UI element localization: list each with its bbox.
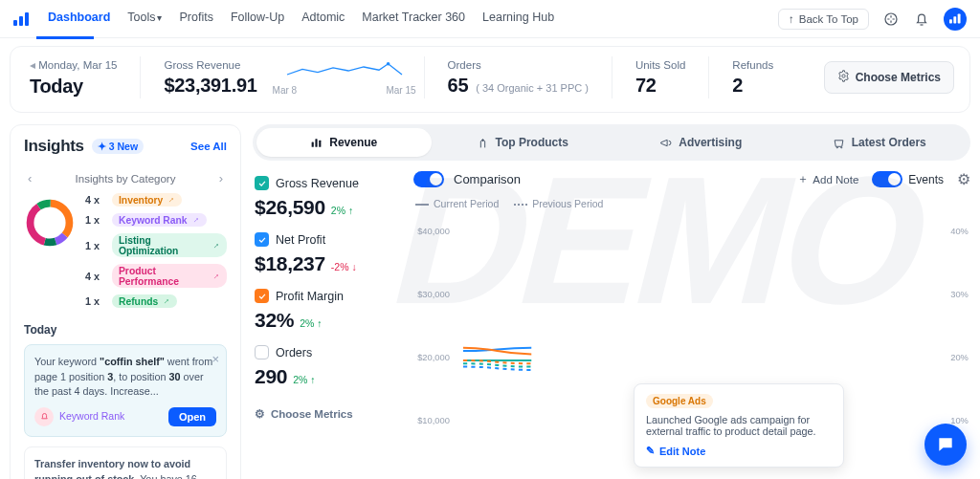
insight-card-1: × Your keyword "coffin shelf" went from … [24, 344, 227, 437]
kpi-bar: ◂ Monday, Mar 15 Today Gross Revenue $23… [10, 46, 970, 113]
edit-note-button[interactable]: ✎Edit Note [646, 445, 832, 457]
svg-text:20%: 20% [950, 353, 969, 362]
kpi-units-value: 72 [635, 75, 685, 97]
category-row[interactable]: 1 xRefunds→ [85, 294, 227, 308]
insights-today-label: Today [24, 323, 227, 337]
category-row[interactable]: 4 xProduct Performance→ [85, 264, 227, 288]
checkbox-off-icon [255, 345, 269, 359]
kpi-orders-label: Orders [448, 59, 589, 71]
choose-metrics-button[interactable]: Choose Metrics [824, 61, 954, 94]
kpi-units-label: Units Sold [635, 59, 685, 71]
svg-text:$40,000: $40,000 [417, 227, 450, 236]
kpi-orders-value: 65 [448, 75, 469, 97]
svg-text:40%: 40% [950, 227, 969, 236]
close-icon[interactable]: × [212, 351, 219, 369]
comparison-toggle[interactable] [413, 171, 444, 187]
kpi-today: Today [30, 76, 117, 98]
pencil-icon: ✎ [646, 445, 655, 457]
bell-icon [34, 407, 54, 426]
carousel-prev[interactable]: ‹ [24, 169, 35, 187]
kpi-sparkline: Mar 8Mar 15 [273, 59, 416, 96]
svg-point-8 [842, 75, 845, 77]
svg-point-18 [836, 146, 837, 147]
carousel-next[interactable]: › [215, 169, 227, 187]
kpi-orders-sub: ( 34 Organic + 31 PPC ) [476, 82, 589, 94]
svg-point-7 [386, 62, 390, 66]
svg-point-3 [885, 13, 897, 25]
add-note-button[interactable]: ＋Add Note [797, 172, 858, 186]
kpi-gross-value: $23,391.91 [164, 75, 256, 97]
bell-icon[interactable] [913, 11, 930, 28]
nav-tools[interactable]: Tools▾ [127, 11, 162, 27]
chevron-down-icon: ▾ [157, 12, 162, 23]
gear-icon [837, 70, 850, 85]
metric-orders[interactable]: Orders 2902% ↑ [255, 345, 406, 388]
revenue-chart: $40,000 $30,000 $20,000 $10,000 40% 30% … [413, 213, 970, 462]
back-to-top-button[interactable]: ↑ Back To Top [778, 9, 869, 30]
choose-metrics-link[interactable]: ⚙Choose Metrics [255, 407, 406, 421]
kpi-refunds-value: 2 [732, 75, 773, 97]
comparison-label: Comparison [454, 172, 521, 186]
sparkle-icon: ✦ [98, 141, 106, 152]
insight-card-2: Transfer inventory now to avoid running … [24, 446, 227, 479]
metric-profit-margin[interactable]: Profit Margin 32%2% ↑ [255, 289, 406, 332]
plus-icon: ＋ [797, 172, 809, 186]
insights-see-all[interactable]: See All [190, 141, 227, 152]
nav-profits[interactable]: Profits [179, 11, 212, 27]
revenue-tabs: Revenue Top Products Advertising Latest … [253, 124, 970, 161]
gear-icon[interactable]: ⚙ [957, 170, 970, 188]
tab-advertising[interactable]: Advertising [613, 128, 789, 157]
events-toggle[interactable] [872, 171, 902, 187]
svg-rect-6 [957, 13, 960, 23]
carousel-title: Insights by Category [76, 173, 176, 185]
gear-icon: ⚙ [255, 407, 265, 421]
metric-gross-revenue[interactable]: Gross Revenue $26,5902% ↑ [255, 176, 406, 219]
nav-adtomic[interactable]: Adtomic [301, 11, 345, 27]
svg-point-19 [840, 146, 841, 147]
svg-text:30%: 30% [950, 290, 969, 299]
svg-rect-1 [19, 16, 23, 26]
chat-fab[interactable] [924, 424, 967, 466]
note-tag: Google Ads [646, 394, 713, 408]
avatar[interactable] [944, 8, 967, 31]
insights-new-pill: ✦3 New [92, 139, 144, 154]
arrow-up-icon: ↑ [789, 13, 794, 25]
nav-followup[interactable]: Follow-Up [231, 11, 284, 27]
nav-dashboard[interactable]: Dashboard [48, 11, 110, 27]
svg-text:$30,000: $30,000 [417, 290, 450, 299]
svg-rect-4 [949, 19, 952, 23]
kpi-refunds-label: Refunds [732, 59, 773, 71]
insight-open-button[interactable]: Open [168, 407, 216, 426]
svg-rect-16 [319, 140, 321, 146]
svg-text:$10,000: $10,000 [417, 416, 450, 425]
nav-learning-hub[interactable]: Learning Hub [482, 11, 554, 27]
kpi-gross-label: Gross Revenue [164, 59, 256, 71]
brand-icon [13, 12, 31, 26]
insights-donut [24, 197, 76, 249]
metric-net-profit[interactable]: Net Profit $18,237-2% ↓ [255, 232, 406, 275]
insights-title: Insights [24, 137, 84, 156]
chart-legend: Current Period Previous Period [415, 198, 970, 209]
svg-text:10%: 10% [950, 416, 969, 425]
note-body: Launched Google ads campaign for externa… [646, 414, 832, 437]
svg-point-17 [481, 139, 483, 141]
svg-rect-0 [13, 20, 17, 26]
svg-rect-14 [312, 142, 314, 146]
tab-top-products[interactable]: Top Products [435, 128, 611, 157]
svg-rect-5 [953, 16, 956, 23]
nav-market-tracker[interactable]: Market Tracker 360 [362, 11, 465, 27]
tab-latest-orders[interactable]: Latest Orders [792, 128, 968, 157]
svg-text:$20,000: $20,000 [417, 353, 450, 362]
chart-note-card: Google Ads Launched Google ads campaign … [634, 383, 844, 468]
svg-rect-15 [316, 139, 318, 147]
category-row[interactable]: 1 xListing Optimization→ [85, 233, 227, 257]
tab-revenue[interactable]: Revenue [256, 128, 432, 157]
insight-card-chip: Keyword Rank [34, 407, 124, 426]
sparkle-icon[interactable] [882, 11, 900, 28]
svg-rect-2 [25, 12, 29, 26]
category-row[interactable]: 1 xKeyword Rank→ [85, 213, 227, 227]
category-row[interactable]: 4 xInventory→ [85, 193, 227, 207]
kpi-date: ◂ Monday, Mar 15 [30, 58, 117, 72]
